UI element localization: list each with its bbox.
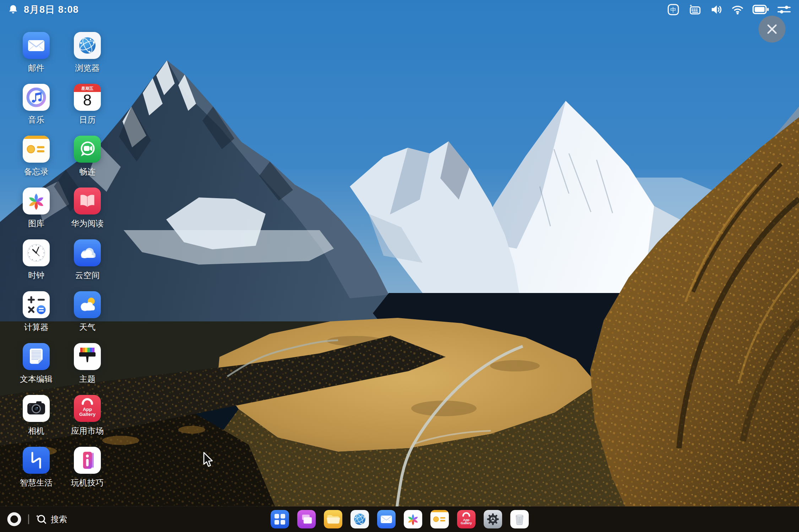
svg-text:星期五: 星期五 [81,86,94,91]
app-label-tips: 玩机技巧 [71,477,104,488]
app-label-music: 音乐 [28,114,44,125]
app-icon-gallery[interactable] [23,188,50,215]
books-icon [74,188,101,215]
dock-item-trash[interactable] [510,510,529,528]
app-icon-books[interactable] [74,188,101,215]
control-center-icon[interactable] [777,4,791,16]
app-label-notes: 备忘录 [24,166,49,177]
app-browser: 浏览器 [74,32,101,59]
texteditor-icon [23,343,50,370]
app-meetime: 畅连 [74,136,101,163]
app-label-ailife: 智慧生活 [20,477,53,488]
wifi-icon[interactable] [731,3,744,16]
calculator-icon [23,291,50,318]
search-button[interactable]: 搜索 [35,513,67,525]
app-clock: 时钟 [23,239,50,266]
app-weather: 天气 [74,291,101,318]
app-icon-browser[interactable] [74,32,101,59]
app-icon-weather[interactable] [74,291,101,318]
app-icon-cloud[interactable] [74,239,101,266]
app-label-gallery: 图库 [28,218,44,229]
meetime-icon [74,136,101,163]
browser-icon [74,32,101,59]
trash-icon [510,510,529,528]
search-label: 搜索 [51,514,67,525]
close-icon [765,22,779,36]
dock-divider [28,514,29,524]
app-label-meetime: 畅连 [79,166,96,177]
app-appgallery: App Gallery应用市场 [74,395,101,422]
app-music: 音乐 [23,84,50,111]
launcher-icon [271,510,289,528]
app-label-appgallery: 应用市场 [71,425,104,436]
app-label-mail: 邮件 [28,63,44,74]
tips-icon [74,447,101,474]
app-texteditor: 文本编辑 [23,343,50,370]
app-icon-music[interactable] [23,84,50,111]
dock: 搜索 App Gallery [0,506,799,532]
dock-item-files[interactable] [324,510,342,528]
dock-item-notes[interactable] [430,510,449,528]
app-icon-meetime[interactable] [74,136,101,163]
app-icon-mail[interactable] [23,32,50,59]
wallpaper-image [0,0,799,532]
notifications-bell-icon[interactable] [8,4,18,15]
input-method-icon[interactable]: 中 [667,3,680,16]
volume-icon[interactable] [710,3,723,16]
notes-icon [430,510,449,528]
app-icon-appgallery[interactable]: App Gallery [74,395,101,422]
battery-icon[interactable] [752,4,769,16]
calendar-icon: 星期五 8 [74,84,101,111]
harmonyos-logo-icon[interactable] [6,511,22,527]
close-button[interactable] [759,16,786,43]
app-label-texteditor: 文本编辑 [20,374,53,385]
app-icon-camera[interactable] [23,395,50,422]
app-themes: 主题 [74,343,101,370]
app-tips: 玩机技巧 [74,447,101,474]
dock-item-gallery[interactable] [404,510,422,528]
app-label-cloud: 云空间 [75,270,100,281]
svg-text:中: 中 [670,6,676,13]
browser-icon [350,510,369,528]
dock-item-launcher[interactable] [271,510,289,528]
dock-item-settings[interactable] [484,510,502,528]
app-icon-themes[interactable] [74,343,101,370]
app-icon-calendar[interactable]: 星期五 8 [74,84,101,111]
status-datetime: 8月8日 8:08 [24,3,79,16]
gallery-icon [23,188,50,215]
camera-icon [23,395,50,422]
dock-item-mail[interactable] [377,510,396,528]
dock-item-multiwindow[interactable] [297,510,316,528]
svg-text:8: 8 [83,91,92,109]
app-mail: 邮件 [23,32,50,59]
app-notes: 备忘录 [23,136,50,163]
app-ailife: 智慧生活 [23,447,50,474]
weather-icon [74,291,101,318]
themes-icon [74,343,101,370]
app-icon-tips[interactable] [74,447,101,474]
app-icon-texteditor[interactable] [23,343,50,370]
app-icon-calculator[interactable] [23,291,50,318]
mail-icon [23,32,50,59]
appgallery-icon: App Gallery [457,510,475,528]
app-calendar: 星期五 8日历 [74,84,101,111]
svg-text:App: App [83,407,92,412]
appgallery-icon: App Gallery [74,395,101,422]
gallery-icon [404,510,422,528]
app-cloud: 云空间 [74,239,101,266]
app-icon-notes[interactable] [23,136,50,163]
app-label-calendar: 日历 [79,114,96,125]
mail-icon [377,510,396,528]
app-label-browser: 浏览器 [75,63,100,74]
app-icon-clock[interactable] [23,239,50,266]
dock-item-appgallery[interactable]: App Gallery [457,510,475,528]
app-calculator: 计算器 [23,291,50,318]
dock-item-browser[interactable] [350,510,369,528]
keyboard-icon[interactable] [687,3,702,16]
clock-icon [23,239,50,266]
music-icon [23,84,50,111]
multiwindow-icon [297,510,316,528]
app-icon-ailife[interactable] [23,447,50,474]
app-label-clock: 时钟 [28,270,44,281]
search-icon [35,513,47,525]
